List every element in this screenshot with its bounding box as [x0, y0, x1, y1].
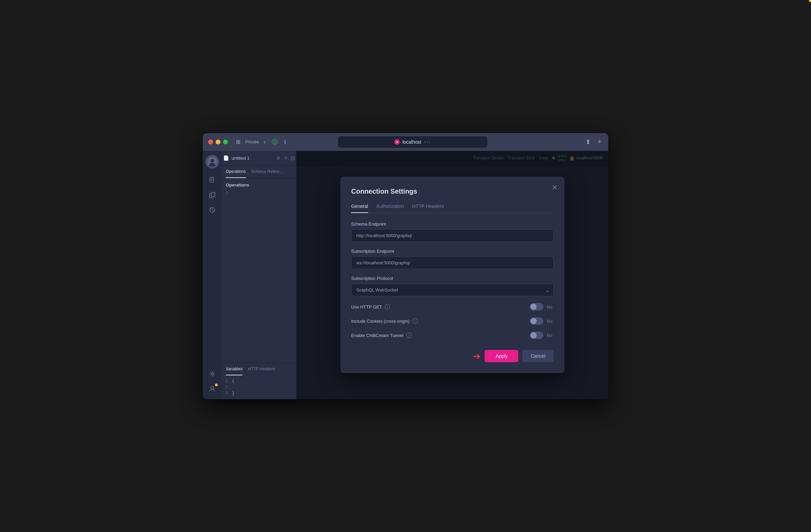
tab-schema-reference[interactable]: Schema Refere...: [251, 166, 283, 178]
panel-add-button[interactable]: +: [284, 155, 288, 162]
arrow-indicator: ➜: [473, 351, 480, 362]
url-text: localhost: [402, 139, 421, 145]
modal-footer: ➜ Apply Cancel: [351, 350, 554, 362]
subscription-protocol-field: Subscription Protocol GraphQL WebSocket …: [351, 276, 554, 296]
avatar: [205, 155, 219, 168]
modal-title: Connection Settings: [351, 187, 554, 195]
panel-section-title: Operations: [222, 178, 296, 189]
toggle-tunnel-right: No: [530, 332, 554, 339]
url-options-icon[interactable]: ···: [424, 138, 431, 146]
apply-button[interactable]: Apply: [485, 350, 518, 362]
code-line-1: 1 {: [222, 378, 296, 384]
modal-tabs: General Authorization HTTP Headers: [351, 203, 554, 213]
sidebar-bottom: [206, 368, 218, 395]
tab-operations[interactable]: Operations: [226, 166, 246, 178]
schema-endpoint-label: Schema Endpoint: [351, 222, 554, 227]
maximize-button[interactable]: [223, 140, 228, 145]
modal-tab-authorization[interactable]: Authorization: [376, 203, 404, 213]
subscription-protocol-wrapper: GraphQL WebSocket graphql-ws SSE ⌄: [351, 284, 554, 296]
traffic-lights: [208, 140, 228, 145]
info-button[interactable]: ℹ: [282, 137, 288, 147]
line-number-1: 1: [222, 189, 296, 196]
subscription-protocol-select[interactable]: GraphQL WebSocket graphql-ws SSE: [351, 284, 554, 296]
svg-rect-7: [211, 192, 215, 197]
toggle-cookies-right: No: [530, 317, 554, 325]
toggle-cookies-label: Include Cookies (cross-origin) i: [351, 318, 418, 324]
toggle-http-get-switch[interactable]: [530, 303, 544, 310]
toggle-knob: [531, 304, 537, 310]
svg-point-9: [211, 373, 213, 375]
close-button[interactable]: [208, 140, 213, 145]
back-button[interactable]: ‹: [262, 138, 266, 147]
code-line-2: 2: [222, 384, 296, 390]
panel-doc-title: untitled 1: [232, 156, 250, 161]
panel-tabs: Operations Schema Refere...: [222, 166, 296, 178]
share-icon[interactable]: ⬆: [584, 137, 592, 147]
subscription-endpoint-input[interactable]: [351, 257, 554, 269]
schema-endpoint-input[interactable]: [351, 229, 554, 242]
grammarly-icon[interactable]: Ⓖ: [270, 137, 279, 148]
title-bar-controls: ⊞ Private ‹ Ⓖ ℹ: [235, 137, 288, 148]
title-bar: ⊞ Private ‹ Ⓖ ℹ ● localhost ··· ⬆ +: [203, 133, 608, 151]
toggle-cookies-switch[interactable]: [530, 317, 544, 325]
toggle-use-http-get: Use HTTP GET i No: [351, 303, 554, 310]
modal-tab-general[interactable]: General: [351, 203, 368, 213]
url-favicon: ●: [394, 139, 400, 145]
url-bar[interactable]: ● localhost ···: [338, 136, 487, 148]
new-tab-icon[interactable]: +: [596, 137, 603, 147]
tab-variables[interactable]: Variables: [226, 363, 243, 375]
toggle-knob: [531, 318, 537, 324]
subscription-endpoint-label: Subscription Endpoint: [351, 249, 554, 254]
code-line-3: 3 }: [222, 390, 296, 396]
info-icon-cookies[interactable]: i: [412, 318, 418, 324]
modal-tab-http-headers[interactable]: HTTP Headers: [412, 203, 444, 213]
panel-bottom-tabs: Variables HTTP Headers: [222, 363, 296, 375]
code-editor: 1 { 2 3 }: [222, 375, 296, 399]
toggle-tunnel-switch[interactable]: [530, 332, 544, 339]
title-bar-right: ⬆ +: [584, 137, 603, 147]
toggle-tunnel-value: No: [547, 333, 554, 338]
panel-content: 1: [222, 189, 296, 363]
panel-bottom: Variables HTTP Headers 1 { 2 3 }: [222, 363, 296, 399]
sidebar-item-documents[interactable]: [206, 174, 218, 186]
schema-endpoint-field: Schema Endpoint: [351, 222, 554, 242]
svg-point-10: [211, 386, 214, 389]
main-area: Transport Details Transport Error Logs o…: [296, 151, 608, 399]
private-label: Private: [245, 139, 259, 145]
tab-http-headers[interactable]: HTTP Headers: [248, 363, 275, 375]
sidebar-item-history[interactable]: [206, 204, 218, 216]
toggle-http-get-right: No: [530, 303, 554, 310]
toggle-cookies-value: No: [547, 319, 554, 324]
toggle-knob: [531, 332, 537, 338]
panel-doc-tab-row: 📄 untitled 1 ✕ + ⊟: [222, 151, 296, 166]
cancel-button[interactable]: Cancel: [522, 350, 554, 362]
modal-close-button[interactable]: ✕: [552, 183, 557, 192]
browser-window: ⊞ Private ‹ Ⓖ ℹ ● localhost ··· ⬆ +: [203, 133, 608, 399]
minimize-button[interactable]: [216, 140, 220, 145]
panel-grid-icon[interactable]: ⊟: [290, 155, 295, 161]
svg-rect-3: [210, 177, 214, 182]
toggle-http-get-label: Use HTTP GET i: [351, 304, 390, 309]
sidebar-item-user[interactable]: [206, 383, 218, 395]
toggle-chillicream-tunnel: Enable ChilliCream Tunnel i No: [351, 332, 554, 339]
toggle-tunnel-label: Enable ChilliCream Tunnel i: [351, 333, 412, 338]
subscription-protocol-label: Subscription Protocol: [351, 276, 554, 281]
toggle-include-cookies: Include Cookies (cross-origin) i No: [351, 317, 554, 325]
connection-settings-modal: Connection Settings ✕ General Authorizat…: [340, 177, 564, 373]
content-area: 📄 untitled 1 ✕ + ⊟ Operations Schema Ref…: [203, 151, 608, 399]
subscription-endpoint-field: Subscription Endpoint: [351, 249, 554, 269]
sidebar: [203, 151, 222, 399]
sidebar-item-copy[interactable]: [206, 189, 218, 201]
info-icon-http-get[interactable]: i: [385, 304, 390, 309]
modal-overlay: Connection Settings ✕ General Authorizat…: [296, 151, 608, 399]
sidebar-toggle-icon[interactable]: ⊞: [235, 137, 242, 147]
document-icon: 📄: [223, 155, 229, 161]
svg-point-1: [211, 159, 214, 162]
panel: 📄 untitled 1 ✕ + ⊟ Operations Schema Ref…: [222, 151, 296, 399]
info-icon-tunnel[interactable]: i: [406, 333, 412, 338]
toggle-http-get-value: No: [547, 304, 554, 309]
sidebar-item-settings[interactable]: [206, 368, 218, 380]
panel-close-button[interactable]: ✕: [276, 155, 280, 161]
